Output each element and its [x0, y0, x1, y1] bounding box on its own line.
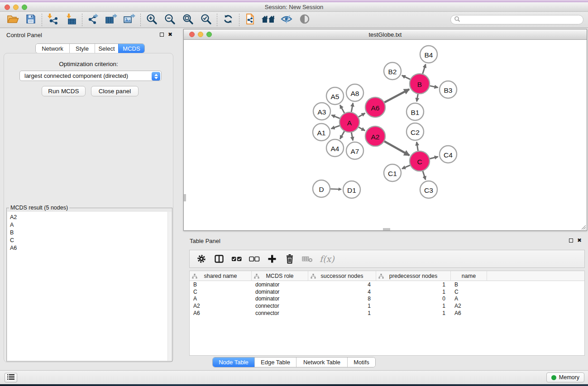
hide-panels-button[interactable]: [277, 13, 296, 27]
graph-node-B3[interactable]: B3: [440, 81, 457, 98]
tab-network-table[interactable]: Network Table: [296, 357, 347, 367]
graph-node-D[interactable]: D: [313, 180, 330, 197]
graph-edge-B-B3[interactable]: [430, 86, 438, 88]
home-button[interactable]: [259, 13, 277, 27]
network-graph[interactable]: B4B2BB3A8A5A6A3B1AA1C2A2A4A7C4CC1C3DD1: [184, 40, 587, 230]
mcds-result-item[interactable]: B: [7, 229, 172, 236]
zoom-fit-button[interactable]: [179, 13, 197, 27]
graph-edge-C-C1[interactable]: [402, 165, 410, 169]
graph-node-C1[interactable]: C1: [384, 164, 401, 181]
graph-edge-C-C2[interactable]: [416, 142, 418, 151]
column-header-predecessor-nodes[interactable]: predecessor nodes: [376, 271, 451, 281]
network-snapshot-button[interactable]: [241, 13, 259, 27]
select-all-icon[interactable]: [231, 253, 242, 264]
table-row[interactable]: A2connector11A2: [190, 302, 584, 310]
table-cell[interactable]: A2: [190, 303, 252, 309]
graph-edge-A-A1[interactable]: [331, 126, 340, 129]
graph-edge-A6-B[interactable]: [384, 89, 409, 102]
refresh-button[interactable]: [219, 13, 237, 27]
result-scrollbar[interactable]: [167, 212, 172, 361]
table-cell[interactable]: A6: [190, 310, 252, 316]
graph-edge-B-B1[interactable]: [417, 94, 418, 102]
run-mcds-button[interactable]: Run MCDS: [42, 86, 86, 96]
delete-table-icon[interactable]: [302, 253, 313, 264]
table-cell[interactable]: 1: [308, 303, 376, 309]
import-table-button[interactable]: [62, 13, 80, 27]
settings-gear-icon[interactable]: [196, 253, 207, 264]
mcds-result-list[interactable]: A2ABCA6: [7, 212, 172, 361]
graph-node-D1[interactable]: D1: [343, 181, 360, 198]
tab-style[interactable]: Style: [69, 44, 95, 53]
graph-edge-A-A7[interactable]: [351, 133, 353, 141]
graph-node-A6[interactable]: A6: [365, 97, 385, 117]
graph-node-C2[interactable]: C2: [406, 123, 424, 140]
mcds-result-item[interactable]: C: [7, 237, 172, 244]
table-cell[interactable]: connector: [252, 310, 308, 316]
close-panel-button[interactable]: Close panel: [91, 86, 139, 96]
graph-node-A4[interactable]: A4: [326, 139, 344, 157]
graph-node-A3[interactable]: A3: [313, 103, 330, 120]
graph-node-A5[interactable]: A5: [326, 87, 344, 105]
graph-node-B[interactable]: B: [410, 74, 430, 94]
table-cell[interactable]: 4: [308, 289, 376, 295]
graph-node-A7[interactable]: A7: [346, 142, 363, 159]
graph-node-A[interactable]: A: [339, 112, 359, 132]
tab-node-table[interactable]: Node Table: [213, 357, 254, 367]
table-cell[interactable]: 0: [376, 295, 451, 302]
tab-select[interactable]: Select: [95, 44, 118, 53]
graph-node-C[interactable]: C: [410, 151, 430, 171]
table-cell[interactable]: connector: [252, 303, 308, 309]
export-image-button[interactable]: [120, 13, 139, 27]
graph-node-B4[interactable]: B4: [420, 46, 437, 63]
graph-node-C4[interactable]: C4: [440, 146, 457, 163]
vertical-scroll-indicator[interactable]: [184, 194, 186, 201]
resize-grip[interactable]: [580, 224, 586, 230]
graph-edge-C-C3[interactable]: [423, 171, 425, 180]
horizontal-scroll-indicator[interactable]: [383, 228, 390, 230]
table-cell[interactable]: 1: [308, 310, 376, 316]
table-cell[interactable]: dominator: [252, 281, 308, 288]
graph-edge-B-B2[interactable]: [402, 76, 410, 80]
table-cell[interactable]: A: [190, 295, 252, 302]
graph-edge-C-C4[interactable]: [430, 157, 438, 158]
table-cell[interactable]: 8: [308, 295, 376, 302]
table-cell[interactable]: 1: [376, 310, 451, 316]
mcds-result-item[interactable]: A: [7, 221, 172, 229]
table-row[interactable]: Adominator80A: [190, 295, 584, 303]
mcds-result-item[interactable]: A6: [7, 244, 172, 252]
network-window-titlebar[interactable]: testGlobe.txt: [184, 29, 587, 40]
column-header-MCDS-role[interactable]: MCDS role: [252, 271, 308, 281]
table-row[interactable]: Cdominator41C: [190, 288, 584, 295]
table-cell[interactable]: B: [190, 281, 252, 288]
graph-node-A8[interactable]: A8: [346, 84, 363, 101]
graph-edge-A-A5[interactable]: [340, 105, 344, 113]
table-cell[interactable]: dominator: [252, 289, 308, 295]
graph-node-B1[interactable]: B1: [406, 103, 424, 120]
graph-edge-A-A3[interactable]: [331, 115, 339, 118]
show-panels-button[interactable]: [296, 13, 314, 27]
graph-node-A1[interactable]: A1: [313, 124, 330, 141]
table-cell[interactable]: 1: [376, 289, 451, 295]
open-session-button[interactable]: [4, 13, 22, 27]
memory-button[interactable]: Memory: [546, 372, 584, 382]
export-network-button[interactable]: [84, 13, 102, 27]
tab-motifs[interactable]: Motifs: [347, 357, 375, 367]
table-cell[interactable]: 1: [376, 303, 451, 309]
table-row[interactable]: Bdominator41B: [190, 281, 584, 288]
table-cell[interactable]: A2: [451, 303, 487, 309]
graph-edge-A-A2[interactable]: [359, 127, 365, 131]
tab-mcds[interactable]: MCDS: [118, 44, 144, 53]
column-header-shared-name[interactable]: shared name: [190, 271, 252, 281]
control-panel-float-button[interactable]: [160, 33, 164, 37]
function-builder-icon[interactable]: f(x): [320, 253, 335, 264]
column-layout-icon[interactable]: [214, 253, 225, 264]
app-titlebar[interactable]: Session: New Session: [0, 2, 588, 12]
deselect-all-icon[interactable]: [249, 253, 260, 264]
table-cell[interactable]: dominator: [252, 295, 308, 302]
table-panel-close-button[interactable]: ✖: [577, 238, 582, 243]
mcds-result-item[interactable]: A2: [7, 213, 172, 221]
graph-edge-D-D1[interactable]: [330, 189, 341, 190]
zoom-in-button[interactable]: [143, 13, 161, 27]
column-header-name[interactable]: name: [451, 271, 487, 281]
search-field[interactable]: [450, 15, 583, 24]
